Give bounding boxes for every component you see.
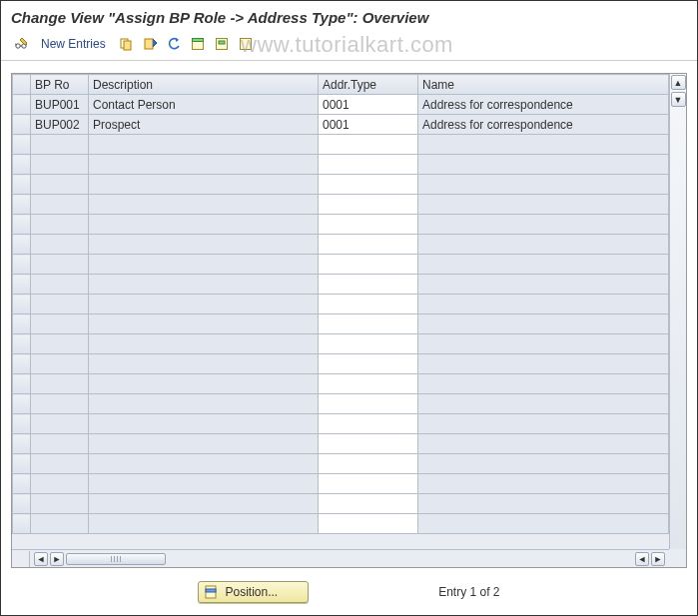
row-selector[interactable] [13,374,31,394]
cell-addr-type[interactable] [319,394,418,414]
row-selector[interactable] [13,95,31,115]
cell-addr-type[interactable]: 0001 [319,95,418,115]
cell-description [89,295,319,314]
cell-addr-type[interactable] [319,334,418,354]
vertical-scrollbar[interactable]: ▲ ▼ [669,74,686,549]
table-row[interactable] [13,394,669,414]
table-row[interactable] [13,135,669,155]
cell-addr-type[interactable] [319,135,418,155]
row-selector[interactable] [13,434,31,454]
table-row[interactable] [13,354,669,374]
scroll-down-button[interactable]: ▼ [671,92,686,107]
cell-addr-type[interactable] [319,155,418,175]
cell-bp-role [31,135,89,155]
row-selector[interactable] [13,474,31,494]
cell-name: Address for correspondence [418,95,669,115]
scroll-right-button[interactable]: ► [50,552,64,566]
scroll-thumb[interactable] [66,553,166,565]
table-row[interactable]: BUP002Prospect0001Address for correspond… [13,115,669,135]
row-selector[interactable] [13,135,31,155]
scroll-right-button-2[interactable]: ► [651,552,665,566]
row-selector[interactable] [13,414,31,434]
new-entries-button[interactable]: New Entries [35,35,112,53]
cell-name [418,195,669,215]
cell-addr-type[interactable] [319,414,418,434]
col-header-description[interactable]: Description [89,75,319,95]
delete-button[interactable] [140,34,160,54]
row-selector[interactable] [13,295,31,314]
cell-name: Address for correspondence [418,115,669,135]
cell-addr-type[interactable] [319,434,418,454]
cell-addr-type[interactable] [319,215,418,235]
table-row[interactable] [13,434,669,454]
row-selector[interactable] [13,454,31,474]
undo-button[interactable] [164,34,184,54]
select-all-button[interactable] [188,34,208,54]
row-selector[interactable] [13,235,31,255]
table-row[interactable] [13,494,669,514]
scroll-up-button[interactable]: ▲ [671,75,686,90]
cell-addr-type[interactable]: 0001 [319,115,418,135]
table-row[interactable] [13,314,669,334]
cell-bp-role [31,494,89,514]
copy-as-button[interactable] [116,34,136,54]
cell-addr-type[interactable] [319,195,418,215]
table-row[interactable] [13,175,669,195]
row-selector[interactable] [13,175,31,195]
cell-addr-type[interactable] [319,314,418,334]
table-row[interactable] [13,474,669,494]
cell-addr-type[interactable] [319,175,418,195]
cell-addr-type[interactable] [319,275,418,295]
select-block-button[interactable] [212,34,232,54]
cell-addr-type[interactable] [319,454,418,474]
table-row[interactable] [13,514,669,534]
cell-addr-type[interactable] [319,514,418,534]
cell-addr-type[interactable] [319,474,418,494]
row-selector[interactable] [13,514,31,534]
table-row[interactable] [13,235,669,255]
table-row[interactable] [13,155,669,175]
scroll-left-button-2[interactable]: ◄ [635,552,649,566]
col-header-name[interactable]: Name [418,75,669,95]
col-header-bp-role[interactable]: BP Ro [31,75,89,95]
row-selector[interactable] [13,115,31,135]
row-selector[interactable] [13,215,31,235]
cell-addr-type[interactable] [319,494,418,514]
cell-description [89,354,319,374]
cell-bp-role [31,434,89,454]
cell-addr-type[interactable] [319,295,418,314]
row-selector[interactable] [13,354,31,374]
select-all-header[interactable] [13,75,31,95]
cell-bp-role [31,155,89,175]
col-header-addr-type[interactable]: Addr.Type [319,75,418,95]
cell-addr-type[interactable] [319,374,418,394]
row-selector[interactable] [13,275,31,295]
row-selector[interactable] [13,155,31,175]
table-row[interactable] [13,454,669,474]
row-selector[interactable] [13,494,31,514]
row-selector[interactable] [13,334,31,354]
cell-addr-type[interactable] [319,235,418,255]
toggle-display-change-button[interactable] [11,34,31,54]
table-row[interactable] [13,215,669,235]
cell-addr-type[interactable] [319,354,418,374]
table-row[interactable] [13,255,669,275]
row-selector[interactable] [13,255,31,275]
table-row[interactable] [13,334,669,354]
table-row[interactable] [13,275,669,295]
deselect-all-button[interactable] [236,34,256,54]
table-row[interactable] [13,195,669,215]
table-row[interactable] [13,374,669,394]
row-selector[interactable] [13,195,31,215]
table-row[interactable] [13,414,669,434]
scroll-left-button[interactable]: ◄ [34,552,48,566]
cell-addr-type[interactable] [319,255,418,275]
cell-description [89,255,319,275]
row-selector[interactable] [13,394,31,414]
position-button[interactable]: Position... [198,581,309,603]
cell-bp-role [31,454,89,474]
table-row[interactable] [13,295,669,314]
horizontal-scrollbar[interactable]: ◄ ► ◄ ► [12,549,669,567]
row-selector[interactable] [13,314,31,334]
table-row[interactable]: BUP001Contact Person0001Address for corr… [13,95,669,115]
